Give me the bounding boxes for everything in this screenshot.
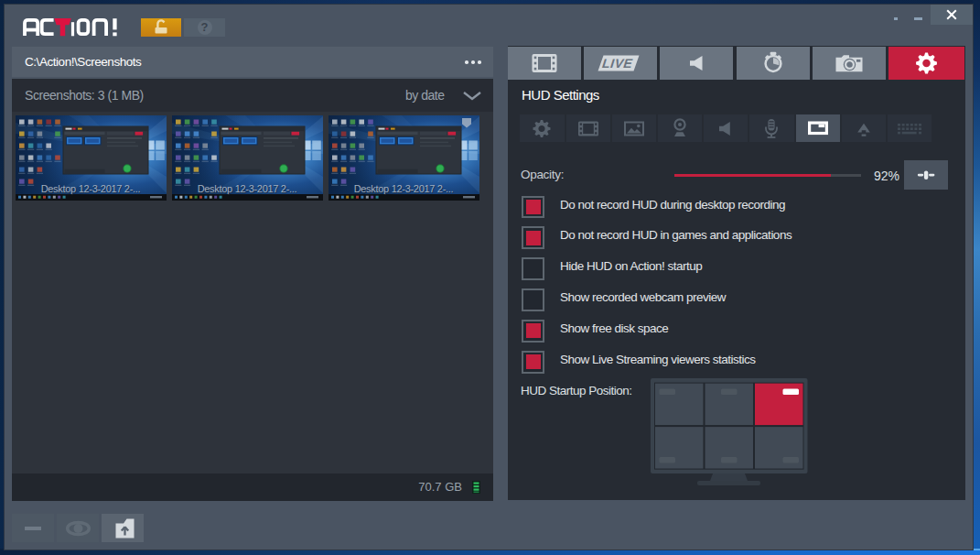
svg-text:LIVE: LIVE — [600, 56, 635, 71]
svg-text:Desktop 12-3-2017 2-...: Desktop 12-3-2017 2-... — [198, 183, 297, 194]
svg-text:Desktop 12-3-2017 2-...: Desktop 12-3-2017 2-... — [354, 183, 454, 194]
svg-text:Desktop 12-3-2017 2-...: Desktop 12-3-2017 2-... — [41, 183, 141, 194]
